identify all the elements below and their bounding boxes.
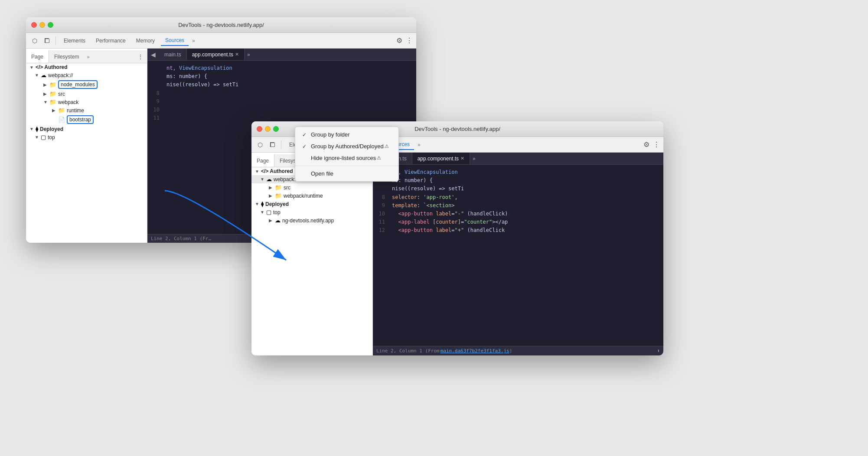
cursor-icon-2[interactable]: ⬡: [255, 140, 265, 150]
menu-group-by-authored-1[interactable]: ✓ Group by Authored/Deployed ⚠: [295, 140, 398, 152]
folder-icon: 📁: [49, 91, 56, 97]
tab-close-icon[interactable]: ✕: [235, 52, 239, 57]
close-button-2[interactable]: [257, 126, 262, 132]
status-link-2[interactable]: main.da63f7b2fe3f1fa3.js: [441, 348, 509, 354]
sources-menu-1[interactable]: ⋮: [134, 53, 147, 60]
tree-label: bootstrap: [67, 115, 94, 124]
toolbar-divider: [55, 36, 56, 45]
menu-group-by-folder-1[interactable]: ✓ Group by folder: [295, 129, 398, 140]
traffic-lights-1: [31, 22, 53, 28]
folder-icon: 📁: [275, 192, 282, 199]
arrow-icon: ▼: [260, 210, 266, 215]
arrow-icon: ▶: [52, 108, 58, 113]
page-tab-1[interactable]: Page: [26, 50, 49, 63]
window-title-1: DevTools - ng-devtools.netlify.app/: [178, 22, 264, 28]
tree-bootstrap-1[interactable]: ▶ 📄 bootstrap: [26, 114, 147, 125]
tree-ng-devtools-2[interactable]: ▶ ☁ ng-devtools.netlify.app: [251, 216, 372, 225]
menu-label: Open file: [311, 170, 333, 177]
tree-label: top: [48, 134, 55, 140]
tree-src-1[interactable]: ▶ 📁 src: [26, 90, 147, 98]
toolbar-divider-2: [281, 140, 281, 149]
folder-icon: 📁: [58, 107, 65, 114]
gear-icon-2[interactable]: ⚙: [643, 140, 649, 149]
toolbar-more-1[interactable]: »: [190, 38, 197, 44]
check-icon: ✓: [302, 143, 309, 150]
tab-performance-1[interactable]: Performance: [91, 36, 130, 46]
minimize-button-2[interactable]: [265, 126, 271, 132]
more-options-icon-2[interactable]: ⋮: [653, 140, 660, 149]
arrow-icon: ▼: [29, 127, 36, 131]
menu-label: Hide ignore-listed sources: [311, 155, 376, 161]
file-tab-app-2[interactable]: app.component.ts ✕: [412, 153, 470, 164]
traffic-lights-2: [257, 126, 279, 132]
arrow-icon: ▼: [35, 73, 41, 78]
file-tab-app-1[interactable]: app.component.ts ✕: [187, 49, 245, 60]
tab-memory-1[interactable]: Memory: [132, 36, 159, 46]
tree-top-1[interactable]: ▼ ▢ top: [26, 133, 147, 141]
line-numbers-1: 8 9 10 11: [147, 61, 163, 234]
toolbar-more-2[interactable]: »: [416, 142, 422, 148]
folder-icon: 📁: [275, 184, 282, 191]
status-paren: ): [509, 348, 512, 354]
arrow-icon: ▶: [269, 185, 275, 190]
page-tab-2[interactable]: Page: [251, 154, 274, 167]
tree-src-2[interactable]: ▶ 📁 src: [251, 183, 372, 192]
code-lines-2: nt, ViewEncapsulation ms: number) { nise…: [388, 165, 511, 346]
tree-top-2[interactable]: ▼ ▢ top: [251, 208, 372, 216]
tree-label: Deployed: [40, 126, 63, 132]
filesystem-tab-1[interactable]: Filesystem: [49, 50, 84, 63]
tree-node-modules-1[interactable]: ▶ 📁 node_modules: [26, 79, 147, 90]
minimize-button-1[interactable]: [39, 22, 45, 28]
tree-deployed-1[interactable]: ▼ ⧫ Deployed: [26, 125, 147, 133]
status-text-2: Line 2, Column 1 (From: [376, 348, 440, 354]
window-icon: ▢: [41, 134, 46, 140]
tab-elements-1[interactable]: Elements: [59, 36, 90, 46]
tree-authored-1[interactable]: ▼ </> Authored: [26, 63, 147, 71]
tree-label: webpack/runtime: [284, 193, 323, 199]
code-lines-1: nt, ViewEncapsulation ms: number) { nise…: [163, 61, 242, 234]
arrow-icon: ▼: [260, 177, 266, 182]
tree-label: src: [58, 91, 65, 97]
tree-label: src: [284, 185, 290, 191]
sources-subheader-1: Page Filesystem » ⋮: [26, 50, 147, 63]
file-tree-panel-1: Page Filesystem » ⋮ ▼ </> Authored ▼ ☁ w…: [26, 49, 147, 243]
maximize-button-2[interactable]: [273, 126, 279, 132]
layers-icon-2[interactable]: ⧠: [267, 140, 277, 150]
menu-open-file-1[interactable]: Open file: [295, 168, 398, 179]
tree-webpack-1[interactable]: ▼ ☁ webpack://: [26, 71, 147, 79]
back-icon[interactable]: ◀: [147, 51, 159, 58]
tab-sources-1[interactable]: Sources: [161, 36, 189, 46]
tree-webpack-folder-1[interactable]: ▼ 📁 webpack: [26, 98, 147, 106]
file-tabs-1: ◀ main.ts app.component.ts ✕ »: [147, 49, 416, 61]
menu-hide-ignore-1[interactable]: Hide ignore-listed sources ⚠: [295, 152, 398, 164]
arrow-icon: ▶: [269, 218, 275, 223]
more-options-icon-1[interactable]: ⋮: [406, 36, 413, 45]
status-text-1: Line 2, Column 1 (Fr…: [151, 236, 211, 241]
maximize-button-1[interactable]: [48, 22, 53, 28]
tree-label: webpack: [58, 99, 78, 105]
file-tab-main-1[interactable]: main.ts: [159, 49, 187, 60]
cursor-icon[interactable]: ⬡: [29, 36, 40, 46]
folder-icon: 📁: [49, 81, 56, 88]
expand-icon[interactable]: ⬆: [657, 348, 660, 354]
tree-webpack-runtime-2[interactable]: ▶ 📁 webpack/runtime: [251, 192, 372, 200]
tree-runtime-1[interactable]: ▶ 📁 runtime: [26, 106, 147, 114]
close-button-1[interactable]: [31, 22, 37, 28]
file-tabs-2: ◀ main.ts app.component.ts ✕ »: [373, 153, 663, 165]
folder-icon: 📁: [49, 99, 56, 105]
cloud-icon: ☁: [275, 217, 281, 224]
layers-icon[interactable]: ⧠: [42, 36, 52, 46]
gear-icon-1[interactable]: ⚙: [396, 36, 402, 45]
arrow-icon: ▼: [255, 169, 261, 174]
sources-more-1[interactable]: »: [84, 54, 92, 59]
tab-close-icon-2[interactable]: ✕: [460, 156, 464, 161]
tree-label: top: [273, 209, 281, 215]
arrow-icon: ▼: [43, 100, 49, 104]
file-tabs-more-2[interactable]: »: [470, 156, 478, 162]
context-menu-1: ✓ Group by folder ✓ Group by Authored/De…: [295, 127, 399, 182]
tree-deployed-2[interactable]: ▼ ⧫ Deployed: [251, 200, 372, 208]
status-bar-2: Line 2, Column 1 (From main.da63f7b2fe3f…: [373, 346, 663, 355]
tree-label: </> Authored: [36, 64, 68, 70]
file-tabs-more-1[interactable]: »: [245, 52, 253, 58]
arrow-icon: ▼: [35, 135, 41, 140]
